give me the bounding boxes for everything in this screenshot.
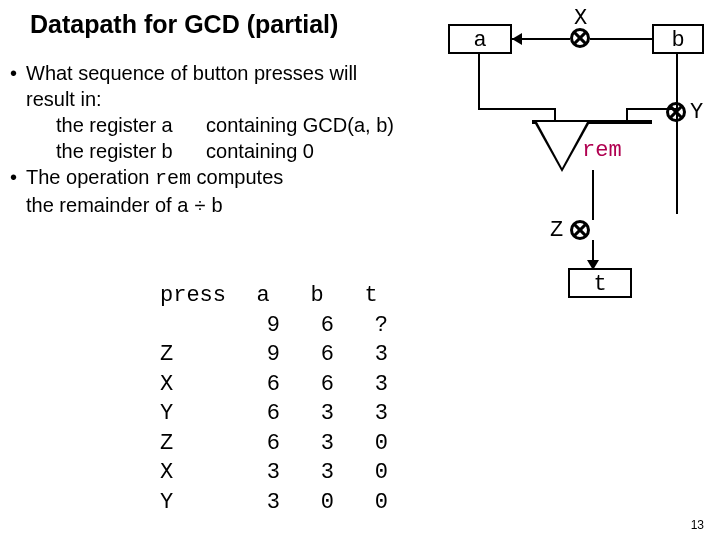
table-row: Z963: [160, 341, 406, 369]
txt: computes: [191, 166, 283, 188]
c: 9: [246, 341, 298, 369]
alu-icon-fill: [537, 122, 587, 168]
th-press: press: [160, 282, 244, 310]
bullet-1-line2: result in:: [8, 86, 448, 112]
bullet-list: What sequence of button presses will res…: [8, 60, 448, 220]
c: 0: [354, 430, 406, 458]
c: [160, 312, 244, 340]
txt: the remainder of a: [26, 194, 188, 216]
c: 3: [246, 489, 298, 517]
c: 6: [300, 341, 352, 369]
txt: containing 0: [206, 140, 314, 162]
wire: [626, 108, 628, 122]
bullet-2-line2: the remainder of a ÷ b: [8, 192, 448, 220]
wire: [554, 108, 556, 122]
c: 6: [246, 371, 298, 399]
rem-label: rem: [582, 138, 622, 163]
c: 6: [300, 371, 352, 399]
table-header: press a b t: [160, 282, 406, 310]
wire: [676, 54, 678, 214]
bullet-1-sub1: the register a containing GCD(a, b): [8, 112, 448, 138]
c: 3: [300, 400, 352, 428]
datapath-diagram: a b t rem X Y Z: [446, 8, 706, 318]
bullet-2-line1: The operation rem computes: [8, 164, 448, 192]
txt: b: [211, 194, 222, 216]
c: Z: [160, 341, 244, 369]
wire: [478, 108, 556, 110]
c: Z: [160, 430, 244, 458]
table-row: X663: [160, 371, 406, 399]
arrow-icon: [587, 260, 599, 270]
register-t: t: [568, 268, 632, 298]
bullet-1-line1: What sequence of button presses will: [8, 60, 448, 86]
c: ?: [354, 312, 406, 340]
table-row: Y633: [160, 400, 406, 428]
page-title: Datapath for GCD (partial): [30, 10, 338, 39]
arrow-icon: [512, 33, 522, 45]
y-label: Y: [690, 100, 703, 125]
c: 6: [246, 400, 298, 428]
bullet-1-sub2: the register b containing 0: [8, 138, 448, 164]
txt: the register b: [56, 140, 173, 162]
c: 3: [354, 371, 406, 399]
page-number: 13: [691, 518, 704, 532]
wire: [592, 170, 594, 220]
c: Y: [160, 400, 244, 428]
txt: containing GCD(a, b): [206, 114, 394, 136]
c: X: [160, 371, 244, 399]
c: 0: [300, 489, 352, 517]
wire: [478, 54, 480, 108]
c: Y: [160, 489, 244, 517]
table-row: Z630: [160, 430, 406, 458]
button-x-icon[interactable]: [570, 28, 590, 48]
code-rem: rem: [155, 167, 191, 190]
z-label: Z: [550, 218, 563, 243]
table-row: 96?: [160, 312, 406, 340]
c: 0: [354, 489, 406, 517]
txt: the register a: [56, 114, 173, 136]
th-t: t: [354, 282, 406, 310]
button-z-icon[interactable]: [570, 220, 590, 240]
wire: [626, 108, 678, 110]
register-a: a: [448, 24, 512, 54]
th-a: a: [246, 282, 298, 310]
c: 3: [300, 459, 352, 487]
c: 3: [300, 430, 352, 458]
divide-symbol: ÷: [194, 195, 206, 218]
c: 6: [300, 312, 352, 340]
c: X: [160, 459, 244, 487]
c: 0: [354, 459, 406, 487]
c: 3: [354, 341, 406, 369]
c: 3: [246, 459, 298, 487]
table-row: Y300: [160, 489, 406, 517]
table-row: X330: [160, 459, 406, 487]
th-b: b: [300, 282, 352, 310]
c: 3: [354, 400, 406, 428]
register-b: b: [652, 24, 704, 54]
c: 6: [246, 430, 298, 458]
txt: The operation: [26, 166, 155, 188]
c: 9: [246, 312, 298, 340]
wire: [590, 38, 652, 40]
trace-table: press a b t 96? Z963 X663 Y633 Z630 X330…: [158, 280, 408, 518]
